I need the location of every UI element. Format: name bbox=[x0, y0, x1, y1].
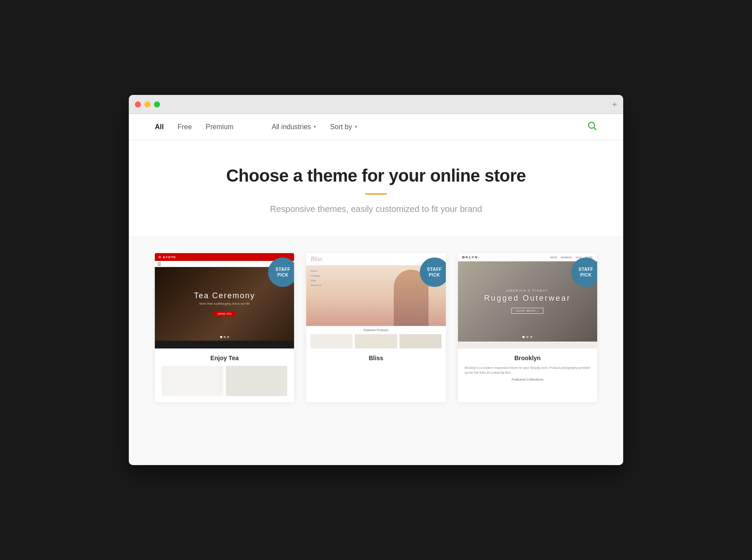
hero-section: Choose a theme for your online store Res… bbox=[129, 140, 623, 236]
theme-card-kyoto[interactable]: STAFFPICK KYOTO bbox=[155, 253, 294, 402]
nav-dropdown-sortby[interactable]: Sort by ▾ bbox=[330, 123, 357, 131]
kyoto-cta-button: DRINK 25% bbox=[214, 311, 235, 316]
bliss-product-img-2 bbox=[355, 334, 397, 348]
nav-dropdown-sortby-label: Sort by bbox=[330, 123, 352, 131]
nav-dropdown-industries[interactable]: All industries ▾ bbox=[271, 123, 316, 131]
svg-line-1 bbox=[594, 127, 596, 129]
hero-title: Choose a theme for your online store bbox=[137, 166, 615, 186]
brooklyn-header: BKLYN. MENS WOMENS SALE MORE bbox=[458, 253, 597, 261]
brooklyn-carousel-dots bbox=[523, 336, 533, 338]
bliss-featured-section: Featured Products Perfume Oil: Garden Sp… bbox=[306, 326, 445, 348]
kyoto-theme-info: Enjoy Tea bbox=[155, 348, 294, 402]
kyoto-header: KYOTO bbox=[155, 253, 294, 261]
kyoto-more-previews bbox=[162, 366, 287, 396]
brooklyn-nav-mens: MENS bbox=[550, 256, 557, 259]
bliss-nav-about: About Us bbox=[311, 284, 321, 287]
minimize-button[interactable] bbox=[144, 101, 150, 107]
close-button[interactable] bbox=[135, 101, 141, 107]
bliss-featured-title: Featured Products bbox=[311, 329, 441, 332]
bliss-nav-catalog: Catalog bbox=[311, 274, 321, 277]
bliss-product-img-3 bbox=[399, 334, 441, 348]
bliss-product-img-1 bbox=[311, 334, 353, 348]
browser-titlebar: + bbox=[129, 95, 623, 114]
brooklyn-nav-womens: WOMENS bbox=[561, 256, 572, 259]
search-button[interactable] bbox=[587, 120, 597, 133]
kyoto-theme-name: Enjoy Tea bbox=[162, 355, 287, 361]
brooklyn-cta-button: SHOP MENS » bbox=[511, 308, 543, 314]
bliss-logo: Bliss bbox=[311, 256, 322, 263]
bliss-theme-info: Bliss bbox=[306, 348, 445, 372]
kyoto-sub-preview-2 bbox=[226, 366, 288, 396]
bliss-nav-blog: Blog bbox=[311, 279, 321, 282]
hamburger-icon bbox=[157, 263, 161, 266]
bliss-product-3: Pink Clay Face Mask From Karen Murrell bbox=[399, 334, 441, 348]
bliss-product-2: Perfume Oil: Hunter Spa & Beauty bbox=[355, 334, 397, 348]
kyoto-dot bbox=[158, 256, 161, 258]
theme-card-brooklyn[interactable]: STAFFPICK BKLYN. MENS WOMENS SALE MORE bbox=[458, 253, 597, 402]
bliss-theme-name: Bliss bbox=[313, 355, 438, 361]
brooklyn-brand: BKLYN. bbox=[462, 255, 480, 259]
brooklyn-theme-name: Brooklyn bbox=[465, 355, 590, 361]
bliss-nav-list: Home Catalog Blog About Us bbox=[311, 270, 321, 287]
hero-subtitle: Responsive themes, easily customized to … bbox=[137, 204, 615, 214]
brooklyn-hero-title: Rugged Outerwear bbox=[484, 294, 571, 303]
browser-window: + All Free Premium All industries ▾ Sort… bbox=[129, 95, 623, 465]
nav-dropdown-industries-label: All industries bbox=[271, 123, 311, 131]
kyoto-store-name: KYOTO bbox=[163, 256, 176, 259]
traffic-lights bbox=[135, 101, 160, 107]
new-tab-button[interactable]: + bbox=[612, 99, 617, 109]
chevron-down-icon: ▾ bbox=[314, 124, 316, 130]
kyoto-hero-sub: More than a philosophy, tea is our life bbox=[194, 302, 255, 305]
kyoto-hero-text: Tea Ceremony More than a philosophy, tea… bbox=[194, 291, 255, 316]
main-content: Choose a theme for your online store Res… bbox=[129, 140, 623, 465]
staff-pick-badge-kyoto: STAFFPICK bbox=[268, 257, 294, 287]
bliss-products-grid: Perfume Oil: Garden Spa & Beauty Perfume… bbox=[311, 334, 441, 348]
staff-pick-badge-brooklyn: STAFFPICK bbox=[571, 257, 597, 287]
nav-bar: All Free Premium All industries ▾ Sort b… bbox=[129, 114, 623, 140]
brooklyn-featured-collections: Featured Collections bbox=[465, 378, 590, 381]
bliss-product-1: Perfume Oil: Garden Spa & Beauty bbox=[311, 334, 353, 348]
nav-item-free[interactable]: Free bbox=[177, 121, 192, 133]
themes-grid: STAFFPICK KYOTO bbox=[129, 236, 623, 420]
theme-card-bliss[interactable]: STAFFPICK Bliss Home Catalog Blog About … bbox=[306, 253, 445, 402]
bliss-nav-home: Home bbox=[311, 270, 321, 272]
maximize-button[interactable] bbox=[154, 101, 160, 107]
nav-item-all[interactable]: All bbox=[155, 121, 163, 133]
kyoto-sub-preview-1 bbox=[162, 366, 223, 396]
brooklyn-tagline: AMERICA'S FINEST bbox=[484, 289, 571, 292]
hero-divider bbox=[365, 193, 387, 195]
chevron-down-icon: ▾ bbox=[355, 124, 357, 130]
nav-item-premium[interactable]: Premium bbox=[206, 121, 233, 133]
brooklyn-theme-info: Brooklyn Brooklyn is a modern responsive… bbox=[458, 348, 597, 387]
brooklyn-description: Brooklyn is a modern responsive theme fo… bbox=[465, 366, 590, 375]
brooklyn-hero-text: AMERICA'S FINEST Rugged Outerwear SHOP M… bbox=[484, 289, 571, 314]
kyoto-hero-title: Tea Ceremony bbox=[194, 291, 255, 300]
kyoto-carousel-dots bbox=[220, 336, 229, 338]
